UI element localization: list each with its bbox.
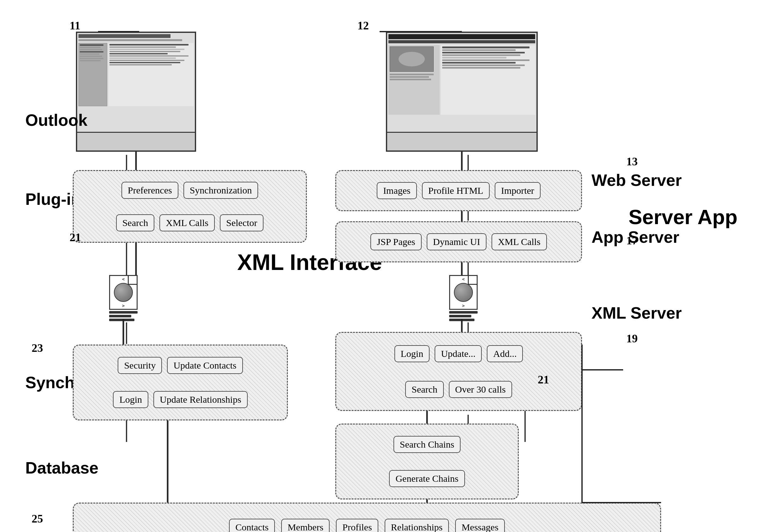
updatecontacts-cell: Update Contacts (167, 357, 243, 374)
xmlserver-label: XML Server (592, 303, 682, 322)
security-cell: Security (118, 357, 162, 374)
xml-icon-right: < > (449, 275, 478, 321)
appserver-group: JSP Pages Dynamic UI XML Calls (335, 221, 582, 262)
xml-icon-left: < > (109, 275, 138, 321)
searchchains-cell: Search Chains (394, 436, 461, 453)
ref-12: 12 (357, 19, 369, 32)
synch-group: Security Update Contacts Login Update Re… (73, 345, 288, 420)
ref-25: 25 (32, 512, 43, 525)
monitor-outlook (76, 32, 196, 152)
messages-cell: Messages (455, 519, 505, 532)
profilehtml-cell: Profile HTML (422, 182, 490, 199)
jsppages-cell: JSP Pages (370, 233, 421, 250)
relationships-cell: Relationships (385, 519, 449, 532)
synchronization-cell: Synchronization (183, 182, 258, 199)
serverapp-label: Server App (629, 205, 737, 229)
add-cell: Add... (487, 345, 523, 362)
xmlcalls-cell-plugin: XML Calls (159, 214, 215, 231)
monitor-webserver-screen (387, 33, 537, 133)
selector-cell: Selector (220, 214, 263, 231)
monitor-outlook-stand (77, 133, 195, 150)
diagram: 11 12 (0, 0, 768, 532)
ref-15: 17 (626, 234, 638, 247)
database-group: Contacts Members Profiles Relationships … (73, 503, 661, 532)
xmlserver-group: Login Update... Add... Search Over 30 ca… (335, 332, 582, 411)
members-cell: Members (281, 519, 329, 532)
synch-label: Synch (25, 373, 75, 392)
preferences-cell: Preferences (121, 182, 178, 199)
generatechains-cell: Generate Chains (389, 470, 465, 487)
plugin-group: Preferences Synchronization Search XML C… (73, 170, 307, 243)
dynamicui-cell: Dynamic UI (427, 233, 487, 250)
database-label: Database (25, 458, 98, 477)
xmlcalls-cell-app: XML Calls (492, 233, 547, 250)
login-cell-xml: Login (395, 345, 430, 362)
importer-cell: Importer (495, 182, 541, 199)
ref-11: 11 (70, 19, 80, 32)
ref-13: 13 (626, 155, 638, 168)
over30calls-cell: Over 30 calls (449, 381, 512, 398)
search-cell-xml: Search (405, 381, 444, 398)
profiles-cell: Profiles (336, 519, 378, 532)
updaterelationships-cell: Update Relationships (153, 391, 247, 408)
webserver-label: Web Server (592, 171, 682, 190)
login-cell-synch: Login (113, 391, 148, 408)
monitor-webserver (386, 32, 538, 152)
ref-17: 21 (70, 231, 81, 244)
monitor-webserver-stand (387, 133, 537, 150)
ref-21: 21 (538, 373, 549, 386)
ref-19: 19 (626, 332, 638, 345)
images-cell: Images (377, 182, 417, 199)
update-cell: Update... (435, 345, 482, 362)
monitor-outlook-screen (77, 33, 195, 133)
contacts-cell: Contacts (229, 519, 275, 532)
outlook-label: Outlook (25, 111, 87, 130)
webserver-group: Images Profile HTML Importer (335, 170, 582, 211)
ref-23: 23 (32, 341, 43, 355)
search-cell-plugin: Search (116, 214, 155, 231)
chains-group: Search Chains Generate Chains (335, 424, 519, 499)
